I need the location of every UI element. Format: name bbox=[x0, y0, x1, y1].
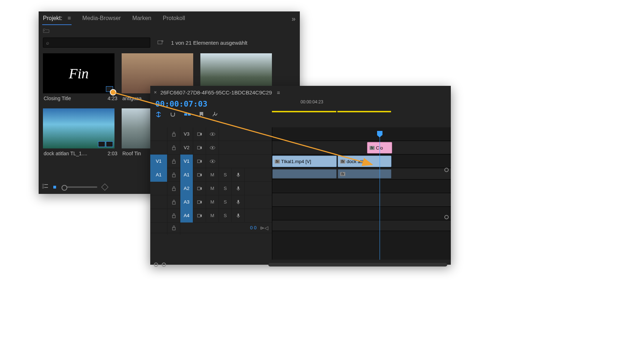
search-input[interactable]: ⌕ bbox=[43, 38, 150, 48]
icon-view-icon[interactable]: ■ bbox=[53, 184, 57, 190]
eye-icon[interactable] bbox=[206, 141, 219, 155]
svg-rect-18 bbox=[197, 160, 200, 163]
voiceover-icon[interactable] bbox=[232, 168, 245, 182]
tab-protokoll[interactable]: Protokoll bbox=[162, 12, 186, 25]
source-patch[interactable] bbox=[150, 127, 167, 141]
item-duration: 4:23 bbox=[108, 96, 117, 101]
voiceover-icon[interactable] bbox=[232, 182, 245, 195]
lock-icon[interactable] bbox=[167, 127, 180, 141]
folder-up-icon[interactable] bbox=[39, 26, 300, 36]
track-content-v2[interactable]: fx Clo bbox=[272, 141, 451, 155]
voiceover-icon[interactable] bbox=[232, 209, 245, 222]
time-ruler[interactable]: 00:00:04:23 bbox=[272, 99, 451, 127]
vertical-scroll[interactable] bbox=[444, 163, 449, 224]
project-searchbar: ⌕ 1 von 21 Elementen ausgewählt bbox=[39, 36, 300, 49]
solo-button[interactable]: S bbox=[219, 168, 232, 182]
snap-icon[interactable] bbox=[170, 111, 176, 119]
playhead-handle[interactable] bbox=[377, 131, 382, 135]
track-content-master[interactable] bbox=[272, 220, 451, 231]
source-patch[interactable] bbox=[150, 141, 167, 155]
lock-icon[interactable] bbox=[167, 141, 180, 155]
source-patch-v1[interactable]: V1 bbox=[150, 155, 167, 168]
source-patch-a1[interactable]: A1 bbox=[150, 168, 167, 182]
zoom-slider[interactable] bbox=[62, 186, 97, 188]
timeline-panel: × 26FC6607-27D8-4F65-95CC-1BDCB24C9C29 ≡… bbox=[150, 86, 451, 265]
mute-button[interactable]: M bbox=[206, 209, 219, 222]
search-bin-icon[interactable] bbox=[157, 40, 164, 46]
overflow-icon[interactable]: » bbox=[292, 15, 296, 23]
solo-button[interactable]: S bbox=[219, 195, 232, 209]
track-content-a3[interactable] bbox=[272, 193, 451, 207]
track-content-v3[interactable] bbox=[272, 127, 451, 141]
track-content-v1[interactable]: fx TIkal1.mp4 [V] fx dock atitla bbox=[272, 155, 451, 168]
hamburger-icon[interactable]: ≡ bbox=[277, 89, 280, 96]
track-target-v1[interactable]: V1 bbox=[180, 155, 193, 168]
timecode[interactable]: 00:00:07:03 bbox=[150, 99, 272, 109]
mute-button[interactable]: M bbox=[206, 195, 219, 209]
track-label[interactable]: V3 bbox=[180, 127, 193, 141]
source-patch[interactable] bbox=[150, 182, 167, 195]
tab-marken[interactable]: Marken bbox=[132, 12, 152, 25]
svg-rect-33 bbox=[172, 228, 175, 230]
voiceover-icon[interactable] bbox=[232, 195, 245, 209]
mute-button[interactable]: M bbox=[206, 182, 219, 195]
toggle-output-icon[interactable] bbox=[193, 195, 206, 209]
clip-dock[interactable]: fx dock atitla bbox=[338, 156, 391, 167]
work-area-bar[interactable] bbox=[337, 111, 391, 112]
toggle-output-icon[interactable] bbox=[193, 209, 206, 222]
timeline-zoom-slider[interactable] bbox=[268, 263, 447, 266]
track-target-a2[interactable]: A2 bbox=[180, 182, 193, 195]
hamburger-icon[interactable]: ≡ bbox=[68, 15, 71, 21]
track-target-a3[interactable]: A3 bbox=[180, 195, 193, 209]
tab-media-browser[interactable]: Media-Browser bbox=[82, 12, 122, 25]
marker-icon[interactable] bbox=[199, 111, 204, 119]
insert-mode-icon[interactable] bbox=[155, 111, 162, 119]
tab-projekt[interactable]: Projekt: ≡ bbox=[42, 12, 72, 25]
scroll-handle-right[interactable] bbox=[162, 263, 166, 267]
toggle-output-icon[interactable] bbox=[193, 155, 206, 168]
svg-rect-24 bbox=[172, 188, 175, 191]
track-content-a2[interactable] bbox=[272, 180, 451, 193]
eye-icon[interactable] bbox=[206, 155, 219, 168]
track-target-a4[interactable]: A4 bbox=[180, 209, 193, 222]
expand-icon[interactable]: ⊳◁ bbox=[260, 225, 272, 231]
toggle-output-icon[interactable] bbox=[193, 127, 206, 141]
lock-icon[interactable] bbox=[167, 168, 180, 182]
project-item[interactable]: Fin Closing Title 4:23 bbox=[43, 53, 118, 105]
toggle-output-icon[interactable] bbox=[193, 168, 206, 182]
source-patch[interactable] bbox=[150, 195, 167, 209]
lock-icon[interactable] bbox=[167, 182, 180, 195]
lock-icon[interactable] bbox=[167, 195, 180, 209]
track-area[interactable]: fx Clo fx TIkal1.mp4 [V] fx dock atitla … bbox=[272, 127, 451, 260]
list-view-icon[interactable] bbox=[42, 184, 48, 190]
playhead[interactable] bbox=[380, 134, 380, 260]
track-label[interactable]: V2 bbox=[180, 141, 193, 155]
master-level[interactable]: 0 0 bbox=[250, 225, 260, 230]
toggle-output-icon[interactable] bbox=[193, 182, 206, 195]
lock-icon[interactable] bbox=[167, 209, 180, 222]
clip-audio[interactable]: fx bbox=[338, 169, 391, 178]
track-content-a1[interactable]: fx bbox=[272, 168, 451, 180]
close-icon[interactable]: × bbox=[154, 89, 157, 95]
work-area-bar[interactable] bbox=[272, 111, 336, 112]
clip-tikal[interactable]: fx TIkal1.mp4 [V] bbox=[272, 156, 337, 167]
scroll-handle-left[interactable] bbox=[154, 263, 158, 267]
mute-button[interactable]: M bbox=[206, 168, 219, 182]
solo-button[interactable]: S bbox=[219, 209, 232, 222]
settings-icon[interactable] bbox=[212, 111, 218, 119]
project-item[interactable]: dock atitlan TL_1.... 2:03 bbox=[43, 108, 118, 160]
sort-icon[interactable] bbox=[101, 184, 108, 191]
source-patch[interactable] bbox=[150, 209, 167, 222]
clip-audio[interactable] bbox=[272, 169, 337, 178]
eye-icon[interactable] bbox=[206, 127, 219, 141]
svg-rect-32 bbox=[238, 214, 239, 216]
solo-button[interactable]: S bbox=[219, 182, 232, 195]
lock-icon[interactable] bbox=[167, 155, 180, 168]
lock-icon[interactable] bbox=[167, 221, 180, 235]
toggle-output-icon[interactable] bbox=[193, 141, 206, 155]
linked-selection-icon[interactable] bbox=[184, 111, 191, 119]
svg-rect-4 bbox=[42, 187, 44, 188]
track-content-a4[interactable] bbox=[272, 207, 451, 220]
track-target-a1[interactable]: A1 bbox=[180, 168, 193, 182]
track-header-a4: A4 M S bbox=[150, 209, 272, 222]
